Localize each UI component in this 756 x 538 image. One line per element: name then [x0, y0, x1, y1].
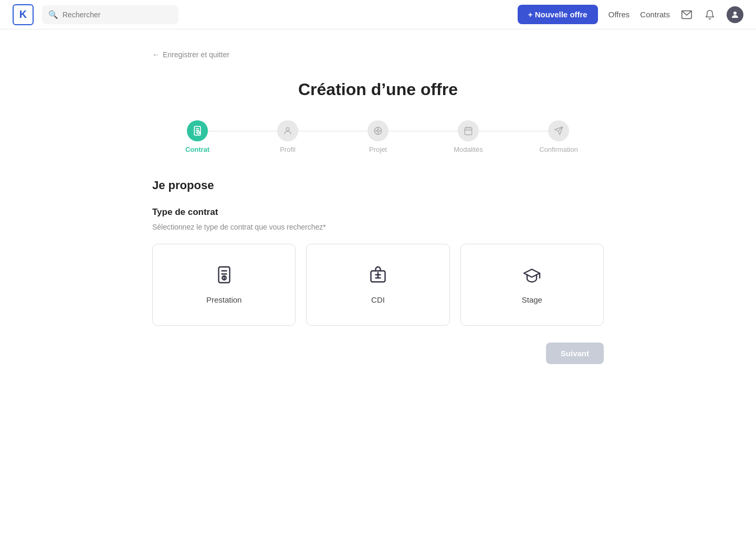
step-circle-projet	[368, 120, 388, 141]
contract-card-stage[interactable]: Stage	[460, 244, 604, 326]
step-contrat[interactable]: Contrat	[152, 120, 243, 153]
back-arrow-icon: ←	[152, 50, 160, 59]
step-label-modalites: Modalités	[454, 146, 483, 153]
step-label-confirmation: Confirmation	[539, 146, 578, 153]
stage-icon	[522, 265, 541, 288]
notification-icon[interactable]	[704, 8, 716, 21]
header-right: + Nouvelle offre Offres Contrats	[518, 5, 743, 24]
back-link[interactable]: ← Enregistrer et quitter	[152, 50, 604, 59]
step-circle-modalites	[458, 120, 479, 141]
new-offer-button[interactable]: + Nouvelle offre	[518, 5, 598, 24]
nav-contrats[interactable]: Contrats	[640, 10, 670, 19]
stepper: Contrat Profil	[152, 120, 604, 153]
step-projet[interactable]: Projet	[333, 120, 423, 153]
contract-type-section: Type de contrat Sélectionnez le type de …	[152, 207, 604, 326]
step-label-profil: Profil	[280, 146, 296, 153]
contract-card-prestation[interactable]: Prestation	[152, 244, 296, 326]
logo: K	[13, 4, 34, 25]
header: K 🔍 + Nouvelle offre Offres Contrats	[0, 0, 756, 29]
next-button[interactable]: Suivant	[546, 343, 604, 364]
svg-rect-15	[465, 128, 472, 135]
main-content: ← Enregistrer et quitter Création d’une …	[142, 29, 614, 385]
step-profil[interactable]: Profil	[243, 120, 333, 153]
step-circle-contrat	[187, 120, 208, 141]
mail-icon[interactable]	[680, 8, 693, 21]
svg-point-8	[286, 128, 289, 131]
step-circle-confirmation	[548, 120, 569, 141]
step-label-projet: Projet	[369, 146, 387, 153]
contract-card-label-cdi: CDI	[371, 295, 385, 304]
contract-cards: Prestation CDI	[152, 244, 604, 326]
avatar[interactable]	[727, 6, 743, 23]
step-modalites[interactable]: Modalités	[423, 120, 513, 153]
cdi-icon	[369, 265, 387, 288]
step-circle-profil	[277, 120, 298, 141]
step-label-contrat: Contrat	[185, 146, 209, 153]
contract-card-cdi[interactable]: CDI	[306, 244, 449, 326]
search-input[interactable]	[62, 11, 172, 19]
contract-type-title: Type de contrat	[152, 207, 604, 218]
back-link-label: Enregistrer et quitter	[163, 50, 229, 59]
prestation-icon	[215, 265, 234, 288]
contract-type-subtitle: Sélectionnez le type de contrat que vous…	[152, 223, 604, 231]
step-confirmation[interactable]: Confirmation	[513, 120, 604, 153]
svg-point-1	[733, 12, 737, 15]
search-bar[interactable]: 🔍	[42, 5, 178, 24]
contract-card-label-stage: Stage	[522, 295, 542, 304]
form-section: Je propose Type de contrat Sélectionnez …	[152, 179, 604, 364]
nav-offres[interactable]: Offres	[608, 10, 630, 19]
section-label: Je propose	[152, 179, 604, 192]
contract-card-label-prestation: Prestation	[206, 295, 242, 304]
page-title: Création d’une offre	[152, 80, 604, 99]
search-icon: 🔍	[48, 10, 58, 19]
